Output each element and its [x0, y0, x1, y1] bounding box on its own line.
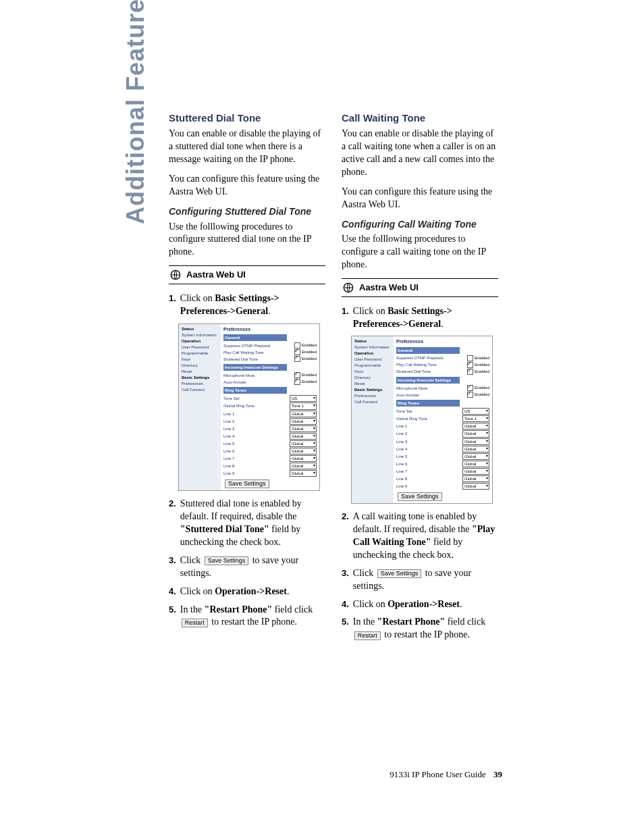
select: Global — [290, 418, 317, 425]
nav-item: Basic Settings — [182, 375, 218, 381]
row-label: Line 1 — [223, 411, 234, 417]
web-ui-bar-left: Aastra Web UI — [169, 265, 325, 284]
row-label: Line 4 — [223, 434, 234, 439]
row-label: Line 4 — [396, 446, 407, 452]
select: US — [290, 395, 317, 402]
step-text: Click on Operation->Reset. — [180, 585, 325, 598]
row-label: Line 6 — [223, 448, 234, 454]
select: Global — [462, 483, 489, 490]
t: . — [268, 306, 271, 316]
t: Enabled — [475, 363, 489, 367]
right-p3: Use the folllowing procedures to configu… — [342, 233, 498, 271]
checkbox — [467, 392, 473, 398]
restart-button: Restart — [182, 619, 208, 627]
row-label: Play Call Waiting Tone — [396, 362, 437, 367]
select: Tone 1 — [290, 402, 317, 409]
step-text: A call waiting tone is enabled by defaul… — [353, 511, 498, 562]
step-number: 3. — [169, 554, 176, 580]
shot-nav: Status System Information Operation User… — [179, 324, 221, 491]
globe-icon — [343, 282, 354, 293]
select: Global — [462, 423, 489, 429]
select: Tone 1 — [462, 415, 489, 422]
row-label: Auto-Answer — [223, 380, 246, 385]
row-label: Suppress DTMF Playback — [223, 343, 271, 348]
row-label: Line 5 — [396, 454, 407, 459]
nav-item: Preferences — [354, 393, 391, 399]
t: Enabled — [302, 357, 317, 361]
nav-item: Directory — [182, 363, 218, 369]
step-number: 3. — [342, 567, 349, 593]
select: Global — [462, 475, 489, 482]
preferences-screenshot-right: Status System Information Operation User… — [351, 336, 493, 504]
t: . — [441, 319, 444, 329]
t: Operation->Reset — [215, 586, 287, 596]
row-label: Microphone Mute — [396, 386, 427, 391]
step-number: 1. — [342, 305, 349, 331]
heading-stuttered: Stuttered Dial Tone — [169, 111, 325, 125]
row-label: Global Ring Tone — [396, 416, 427, 421]
checkbox — [467, 369, 473, 375]
t: field click — [445, 617, 485, 627]
select: Global — [290, 440, 317, 447]
t: . — [287, 586, 290, 596]
select: Global — [462, 453, 489, 460]
right-p1: You can enable or disable the playing of… — [342, 128, 498, 179]
nav-item: User Password — [182, 344, 218, 350]
select: Global — [290, 425, 317, 432]
shot-section: Ring Tones — [396, 400, 460, 407]
t: A call waiting tone is enabled by defaul… — [353, 511, 477, 534]
row-label: Line 2 — [223, 419, 234, 424]
row-label: Suppress DTMF Playback — [396, 355, 444, 361]
t: In the — [353, 617, 377, 627]
side-title: Additional Features — [122, 0, 150, 224]
steps-left: 1. Click on Basic Settings-> Preferences… — [169, 292, 325, 318]
row-label: Line 8 — [396, 476, 407, 481]
t: Enabled — [302, 373, 317, 377]
t: Operation->Reset — [387, 599, 460, 609]
t: Enabled — [475, 386, 489, 390]
step-text: Click on Basic Settings-> Preferences->G… — [180, 292, 325, 318]
save-settings-button: Save Settings — [205, 556, 249, 565]
step-text: Click on Operation->Reset. — [353, 598, 498, 611]
t: Click — [180, 555, 203, 565]
select: Global — [462, 468, 489, 475]
footer-guide: 9133i IP Phone User Guide — [390, 769, 486, 779]
nav-item: Call Forward — [354, 399, 391, 405]
row-label: Line 3 — [396, 439, 407, 444]
left-p1: You can enable or disable the playing of… — [169, 128, 325, 166]
nav-item: Preferences — [182, 381, 218, 387]
web-ui-label: Aastra Web UI — [186, 269, 246, 281]
shot-section: Incoming Intercom Settings — [223, 364, 287, 371]
row-label: Line 8 — [223, 463, 234, 469]
t: Click on — [180, 586, 215, 596]
shot-section: Incoming Intercom Settings — [396, 377, 460, 384]
nav-item: User Password — [354, 357, 391, 363]
left-column: Stuttered Dial Tone You can enable or di… — [169, 111, 325, 647]
footer-page-number: 39 — [493, 769, 502, 779]
step-number: 1. — [169, 292, 176, 318]
right-column: Call Waiting Tone You can enable or disa… — [342, 111, 498, 647]
shot-section: General — [396, 347, 460, 354]
row-label: Line 6 — [396, 461, 407, 467]
steps-left-cont: 2. Stuttered dial tone is enabled by def… — [169, 498, 325, 629]
shot-main: Preferences General Suppress DTMF Playba… — [221, 324, 319, 491]
t: Enabled — [475, 369, 489, 373]
row-label: Line 9 — [223, 471, 234, 476]
t: Click — [353, 568, 376, 578]
row-label: Line 2 — [396, 431, 407, 436]
step-number: 5. — [342, 616, 349, 642]
nav-item: Operation — [182, 338, 218, 344]
t: Enabled — [302, 343, 317, 347]
select: US — [462, 408, 489, 415]
t: to restart the IP phone. — [382, 629, 470, 640]
nav-item: Reset — [182, 369, 218, 375]
nav-item: Call Forward — [182, 387, 218, 393]
row-label: Stuttered Dial Tone — [396, 369, 431, 374]
select: Global — [290, 448, 317, 454]
row-label: Stuttered Dial Tone — [223, 357, 258, 362]
preferences-screenshot-left: Status System Information Operation User… — [178, 323, 320, 492]
nav-item: Programmable Keys — [182, 350, 218, 363]
select: Global — [290, 411, 317, 417]
step-text: In the "Restart Phone" field click Resta… — [180, 604, 325, 629]
restart-button: Restart — [354, 631, 381, 640]
